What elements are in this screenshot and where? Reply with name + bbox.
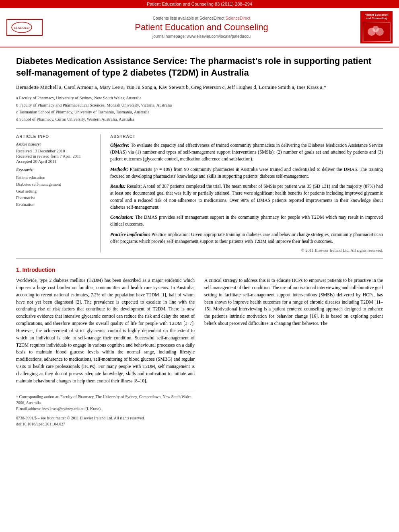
- history-label: Article history:: [16, 142, 95, 146]
- conclusion-label: Conclusion:: [110, 215, 135, 220]
- intro-para-1: Worldwide, type 2 diabetes mellitus (T2D…: [16, 277, 195, 384]
- intro-right-col: A critical strategy to address this is t…: [204, 277, 383, 427]
- journal-title-area: Contents lists available at ScienceDirec…: [47, 16, 356, 39]
- journal-homepage: journal homepage: www.elsevier.com/locat…: [47, 34, 356, 39]
- elsevier-logo: ELSEVIER: [6, 19, 43, 36]
- authors-line: Bernadette Mitchell a, Carol Armour a, M…: [16, 83, 383, 92]
- issn-text: 0738-3991/$ – see front matter © 2011 El…: [16, 415, 195, 421]
- section-heading-1: 1. Introduction: [16, 267, 383, 273]
- abstract-conclusion: Conclusion: The DMAS provides self manag…: [110, 214, 383, 228]
- keyword-0: Patient education: [16, 175, 95, 181]
- main-content: Diabetes Medication Assistance Service: …: [0, 47, 399, 435]
- elsevier-logo-image: ELSEVIER: [10, 21, 34, 33]
- abstract-label: ABSTRACT: [110, 134, 383, 139]
- conclusion-text: The DMAS provides self management suppor…: [110, 215, 383, 226]
- section-title-text: Introduction: [23, 267, 56, 273]
- copyright-line: © 2011 Elsevier Ireland Ltd. All rights …: [110, 248, 383, 253]
- keyword-3: Pharmacist: [16, 195, 95, 201]
- affil-b: b Faculty of Pharmacy and Pharmaceutical…: [16, 102, 383, 109]
- journal-main-title: Patient Education and Counseling: [47, 22, 356, 33]
- article-title: Diabetes Medication Assistance Service: …: [16, 55, 383, 78]
- affil-c: c Tasmanian School of Pharmacy, Universi…: [16, 109, 383, 115]
- article-info-column: ARTICLE INFO Article history: Received 1…: [16, 134, 101, 253]
- abstract-practice: Practice implication: Practice implicati…: [110, 231, 383, 245]
- sciencedirect-link: Contents lists available at ScienceDirec…: [47, 16, 356, 21]
- keywords-section: Keywords: Patient education Diabetes sel…: [16, 168, 95, 208]
- keywords-label: Keywords:: [16, 168, 95, 172]
- authors-text: Bernadette Mitchell a, Carol Armour a, M…: [16, 84, 326, 90]
- journal-citation-bar: Patient Education and Counseling 83 (201…: [0, 0, 399, 8]
- objective-text: To evaluate the capacity and effectivene…: [110, 143, 383, 162]
- affil-a: a Faculty of Pharmacy, University of Syd…: [16, 95, 383, 101]
- intro-body-columns: Worldwide, type 2 diabetes mellitus (T2D…: [16, 277, 383, 427]
- affiliations: a Faculty of Pharmacy, University of Syd…: [16, 95, 383, 123]
- abstract-methods: Methods: Pharmacists (n = 109) from 90 c…: [110, 166, 383, 180]
- results-label: Results:: [110, 184, 127, 189]
- practice-label: Practice implication:: [110, 232, 151, 237]
- citation-text: Patient Education and Counseling 83 (201…: [147, 2, 252, 6]
- footnote-area: * Corresponding author at: Faculty of Ph…: [16, 391, 195, 412]
- keyword-1: Diabetes self-management: [16, 181, 95, 188]
- abstract-results: Results: Results: A total of 387 patient…: [110, 183, 383, 211]
- journal-header: ELSEVIER Contents lists available at Sci…: [0, 8, 399, 47]
- intro-para-right-1: A critical strategy to address this is t…: [204, 277, 383, 327]
- info-abstract-columns: ARTICLE INFO Article history: Received 1…: [16, 134, 383, 253]
- methods-text: Pharmacists (n = 109) from 90 community …: [110, 167, 383, 179]
- divider-2: [16, 258, 383, 259]
- results-text: Results: A total of 387 patients complet…: [110, 184, 383, 210]
- cover-title: Patient Education and Counseling: [362, 13, 391, 20]
- email-footnote: E-mail address: ines.krass@sydney.edu.au…: [16, 406, 195, 412]
- revised-date: Received in revised form 7 April 2011: [16, 154, 95, 158]
- affil-d: d School of Pharmacy, Curtin University,…: [16, 116, 383, 123]
- keyword-4: Evaluation: [16, 201, 95, 208]
- practice-text: Practice implication: Given appropriate …: [110, 232, 383, 244]
- accepted-date: Accepted 20 April 2011: [16, 159, 95, 164]
- article-info-label: ARTICLE INFO: [16, 134, 95, 139]
- received-date: Received 13 December 2010: [16, 149, 95, 153]
- svg-point-6: [372, 26, 379, 32]
- abstract-column: ABSTRACT Objective: To evaluate the capa…: [110, 134, 383, 253]
- objective-label: Objective:: [110, 143, 131, 148]
- methods-label: Methods:: [110, 167, 130, 172]
- issn-doi-area: 0738-3991/$ – see front matter © 2011 El…: [16, 415, 195, 427]
- corresponding-footnote: * Corresponding author at: Faculty of Ph…: [16, 394, 195, 406]
- abstract-objective: Objective: To evaluate the capacity and …: [110, 142, 383, 163]
- svg-text:ELSEVIER: ELSEVIER: [14, 26, 29, 30]
- journal-cover-image: Patient Education and Counseling: [360, 11, 393, 43]
- keyword-2: Goal setting: [16, 188, 95, 195]
- divider-1: [16, 128, 383, 129]
- introduction-section: 1. Introduction Worldwide, type 2 diabet…: [16, 267, 383, 427]
- doi-text: doi:10.1016/j.pec.2011.04.027: [16, 421, 195, 427]
- intro-left-col: Worldwide, type 2 diabetes mellitus (T2D…: [16, 277, 195, 427]
- section-number: 1.: [16, 267, 21, 273]
